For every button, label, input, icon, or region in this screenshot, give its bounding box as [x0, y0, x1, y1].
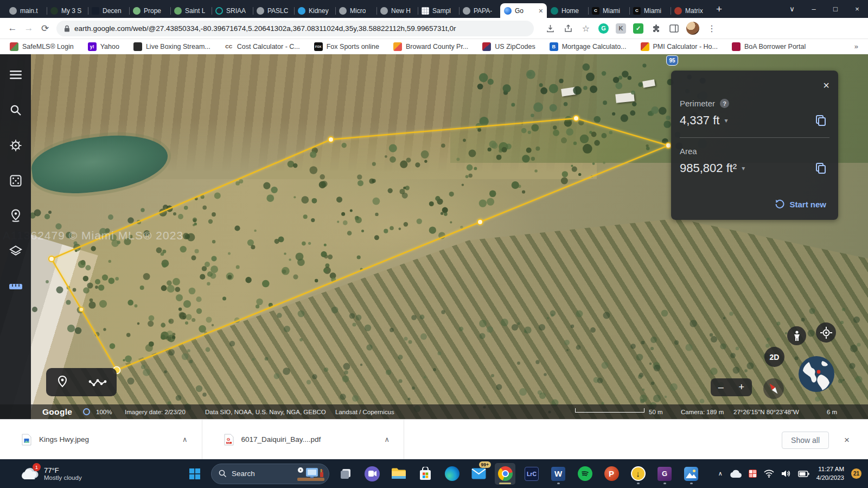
- edge-icon[interactable]: [442, 463, 462, 485]
- bookmark-mortgage-calculator[interactable]: BMortgage Calculato...: [550, 42, 627, 51]
- notification-badge[interactable]: 21: [851, 468, 861, 479]
- tab-miami-2[interactable]: CMiami: [629, 3, 671, 18]
- tab-my-3[interactable]: My 3 S: [47, 3, 88, 18]
- browser-menu-icon[interactable]: ⋮: [706, 23, 717, 34]
- download-menu-chevron[interactable]: ∧: [182, 435, 188, 443]
- powerpoint-icon[interactable]: P: [601, 463, 622, 485]
- bookmark-yahoo[interactable]: y!Yahoo: [88, 42, 119, 51]
- onedrive-icon[interactable]: [730, 470, 742, 478]
- start-button[interactable]: [184, 463, 205, 485]
- new-tab-button[interactable]: +: [716, 3, 722, 15]
- maximize-button[interactable]: □: [825, 0, 846, 18]
- pdf-app-icon[interactable]: G: [654, 463, 675, 485]
- download-kings-hwy[interactable]: Kings Hwy.jpeg∧: [0, 420, 202, 459]
- add-placemark-icon[interactable]: [56, 375, 68, 389]
- draw-path-icon[interactable]: [88, 377, 107, 388]
- help-icon[interactable]: ?: [720, 99, 729, 108]
- tab-decen[interactable]: Decen: [88, 3, 129, 18]
- tab-prope[interactable]: Prope: [129, 3, 170, 18]
- zoom-in-button[interactable]: +: [739, 382, 745, 393]
- globe-icon[interactable]: [798, 356, 835, 392]
- tab-sampl[interactable]: Sampl: [418, 3, 459, 18]
- tab-home[interactable]: Home: [547, 3, 588, 18]
- bookmark-pmi-calculator[interactable]: PMI Calculator - Ho...: [641, 42, 718, 51]
- k-extension-icon[interactable]: K: [616, 23, 626, 34]
- map-style-layers-icon[interactable]: [7, 243, 24, 260]
- pegman-icon[interactable]: [787, 326, 806, 345]
- start-new-button[interactable]: Start new: [775, 199, 826, 209]
- bookmark-broward-county[interactable]: Broward County Pr...: [393, 42, 468, 51]
- weather-widget[interactable]: 1 77°F Mostly cloudy: [21, 466, 82, 481]
- back-button[interactable]: ←: [4, 20, 21, 36]
- feeling-lucky-dice-icon[interactable]: [7, 172, 24, 189]
- menu-icon[interactable]: [7, 66, 24, 84]
- tab-miami-1[interactable]: CMiami: [588, 3, 629, 18]
- bookmark-live-boxing[interactable]: Live Boxing Stream...: [133, 42, 210, 51]
- tab-kidney[interactable]: Kidney: [294, 3, 335, 18]
- compass-icon[interactable]: [763, 378, 784, 399]
- grammarly-extension-icon[interactable]: G: [598, 23, 609, 34]
- download-page-icon[interactable]: [545, 23, 556, 34]
- downloader-icon[interactable]: ↓: [628, 463, 648, 485]
- reload-button[interactable]: ⟳: [37, 20, 53, 36]
- toggle-2d-button[interactable]: 2D: [764, 347, 784, 367]
- volume-icon[interactable]: [781, 470, 791, 478]
- bookmark-star-icon[interactable]: ☆: [580, 23, 591, 34]
- voyager-icon[interactable]: [7, 137, 24, 154]
- zoom-out-button[interactable]: –: [718, 382, 724, 393]
- profile-avatar[interactable]: [686, 22, 699, 35]
- copy-area-icon[interactable]: [815, 162, 826, 174]
- side-panel-icon[interactable]: [668, 23, 679, 34]
- measure-panel-close-icon[interactable]: ×: [823, 79, 829, 92]
- tab-matrix[interactable]: Matrix: [671, 3, 712, 18]
- tab-micro[interactable]: Micro: [335, 3, 376, 18]
- my-location-icon[interactable]: [816, 322, 836, 343]
- bookmark-cost-calculator[interactable]: CCCost Calculator - C...: [225, 42, 300, 51]
- download-daiquiri-pdf[interactable]: GPDF6017_Daiquiri_Bay....pdf∧: [202, 420, 405, 459]
- download-menu-chevron[interactable]: ∧: [385, 435, 390, 443]
- measure-ruler-icon[interactable]: [7, 278, 24, 295]
- chat-icon[interactable]: [362, 463, 382, 485]
- bookmark-us-zipcodes[interactable]: US ZipCodes: [482, 42, 535, 51]
- show-all-downloads-button[interactable]: Show all: [782, 432, 829, 449]
- wifi-icon[interactable]: [764, 470, 774, 478]
- tab-main[interactable]: main.t: [5, 3, 47, 18]
- earth-map-viewport[interactable]: A11362479 © Miami MLS® 2023 95 × Perimet…: [0, 54, 868, 419]
- taskbar-search[interactable]: Search: [211, 464, 329, 484]
- photos-icon[interactable]: [681, 463, 701, 485]
- perimeter-unit-caret[interactable]: ▾: [724, 117, 727, 124]
- tab-sriaa[interactable]: SRIAA: [212, 3, 253, 18]
- bookmark-boa-portal[interactable]: BoA Borrower Portal: [732, 42, 806, 51]
- tray-chevron-up-icon[interactable]: ∧: [718, 470, 723, 477]
- url-bar[interactable]: earth.google.com/web/@27.43850334,-80.39…: [56, 21, 534, 36]
- share-icon[interactable]: [563, 23, 573, 34]
- search-icon[interactable]: [7, 102, 24, 119]
- battery-icon[interactable]: [798, 471, 809, 477]
- lightroom-icon[interactable]: LrC: [521, 463, 542, 485]
- copy-perimeter-icon[interactable]: [815, 115, 826, 126]
- tray-app-icon[interactable]: [749, 470, 757, 478]
- projects-pin-icon[interactable]: [7, 207, 24, 225]
- area-unit-caret[interactable]: ▾: [742, 164, 745, 172]
- tab-paslc[interactable]: PASLC: [253, 3, 294, 18]
- bookmark-fox-sports[interactable]: FOXFox Sports online: [314, 42, 379, 51]
- mail-icon[interactable]: 99+: [468, 463, 489, 485]
- tab-saint[interactable]: Saint L: [170, 3, 212, 18]
- task-view-icon[interactable]: [335, 463, 356, 485]
- tab-papa[interactable]: PAPA-: [459, 3, 500, 18]
- minimize-button[interactable]: –: [803, 0, 825, 18]
- chrome-icon[interactable]: [495, 463, 515, 485]
- word-icon[interactable]: W: [548, 463, 569, 485]
- spotify-icon[interactable]: [575, 463, 595, 485]
- downloads-close-icon[interactable]: ×: [844, 435, 850, 446]
- taskbar-clock[interactable]: 11:27 AM 4/20/2023: [816, 465, 844, 482]
- close-window-button[interactable]: ×: [846, 0, 868, 18]
- extensions-puzzle-icon[interactable]: [650, 23, 661, 34]
- tab-search-icon[interactable]: ∨: [781, 0, 803, 18]
- tab-close-icon[interactable]: ×: [539, 7, 543, 15]
- store-icon[interactable]: [415, 463, 436, 485]
- check-extension-icon[interactable]: ✓: [633, 23, 643, 34]
- bookmarks-overflow-icon[interactable]: »: [854, 42, 858, 50]
- tab-new-h[interactable]: New H: [376, 3, 418, 18]
- forward-button[interactable]: →: [21, 20, 37, 36]
